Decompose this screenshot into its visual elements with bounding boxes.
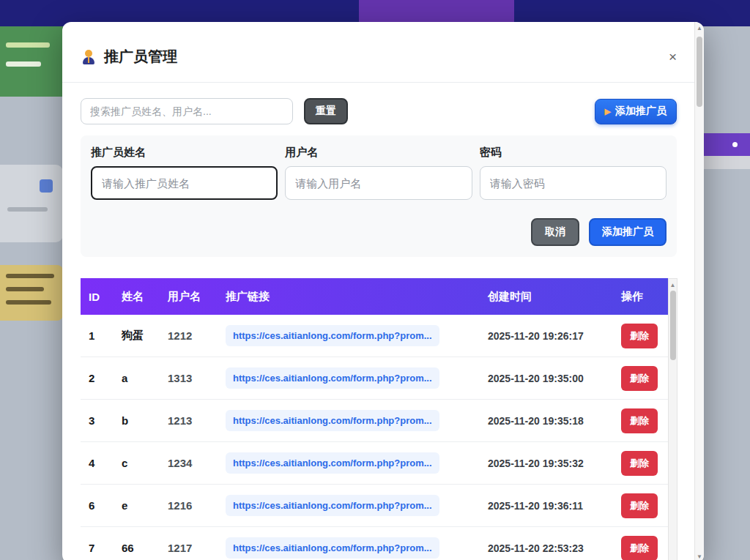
cell-username: 1212 xyxy=(160,329,218,342)
header-username: 用户名 xyxy=(160,290,218,304)
cell-id: 7 xyxy=(81,542,114,554)
modal-scrollbar-thumb[interactable] xyxy=(697,37,702,107)
background-text-line xyxy=(6,287,44,291)
cell-name: 狗蛋 xyxy=(114,329,160,343)
background-text-line xyxy=(6,274,54,278)
cell-username: 1234 xyxy=(160,457,218,469)
delete-button[interactable]: 删除 xyxy=(621,324,658,348)
form-actions: 取消 添加推广员 xyxy=(531,218,667,246)
cell-name: b xyxy=(114,414,160,427)
header-created: 创建时间 xyxy=(480,290,613,304)
reset-button[interactable]: 重置 xyxy=(304,98,348,124)
promoter-table: ID 姓名 用户名 推广链接 创建时间 操作 1 狗蛋 1212 https:/… xyxy=(81,278,668,560)
cell-created: 2025-11-20 22:53:23 xyxy=(480,542,613,554)
cell-id: 3 xyxy=(81,414,114,427)
delete-button[interactable]: 删除 xyxy=(621,536,658,560)
background-dot xyxy=(732,142,738,147)
table-row: 4 c 1234 https://ces.aitianlong.com/form… xyxy=(81,442,668,485)
cancel-button[interactable]: 取消 xyxy=(531,218,579,246)
form-inputs xyxy=(91,166,667,200)
password-field[interactable] xyxy=(480,166,667,200)
add-promoter-icon: ▶ xyxy=(605,108,611,116)
modal-header: 推广员管理 xyxy=(81,47,177,67)
background-yellow-card xyxy=(0,265,63,321)
cell-name: c xyxy=(114,457,160,469)
delete-button[interactable]: 删除 xyxy=(621,408,658,433)
background-text-line xyxy=(6,42,50,48)
scroll-down-icon[interactable]: ▼ xyxy=(695,552,704,560)
cell-created: 2025-11-20 19:35:18 xyxy=(480,415,613,427)
modal-scrollbar[interactable]: ▲ ▼ xyxy=(694,22,704,560)
header-actions: 操作 xyxy=(613,290,668,304)
table-row: 6 e 1216 https://ces.aitianlong.com/form… xyxy=(81,485,668,527)
promoter-name-label: 推广员姓名 xyxy=(91,146,278,160)
divider xyxy=(62,82,694,83)
cell-username: 1313 xyxy=(160,372,218,384)
cell-id: 6 xyxy=(81,499,114,512)
table-row: 7 66 1217 https://ces.aitianlong.com/for… xyxy=(81,527,668,560)
cell-id: 2 xyxy=(81,372,114,384)
table-row: 3 b 1213 https://ces.aitianlong.com/form… xyxy=(81,400,668,442)
scroll-up-icon[interactable]: ▲ xyxy=(695,23,704,34)
cell-name: 66 xyxy=(114,542,160,554)
table-scrollbar-thumb[interactable] xyxy=(670,291,676,360)
toolbar: 重置 ▶ 添加推广员 xyxy=(81,98,677,124)
add-promoter-button[interactable]: ▶ 添加推广员 xyxy=(595,99,677,124)
cell-created: 2025-11-20 19:36:11 xyxy=(480,500,613,512)
cell-created: 2025-11-20 19:26:17 xyxy=(480,330,613,342)
promoter-person-icon xyxy=(81,49,97,65)
promo-link[interactable]: https://ces.aitianlong.com/form.php?prom… xyxy=(226,495,439,516)
background-card-icon xyxy=(40,179,53,193)
modal-title: 推广员管理 xyxy=(104,47,177,67)
cell-username: 1213 xyxy=(160,414,218,427)
background-text-line xyxy=(6,61,41,67)
delete-button[interactable]: 删除 xyxy=(621,366,658,391)
cell-name: a xyxy=(114,372,160,384)
promoter-management-modal: 推广员管理 × 重置 ▶ 添加推广员 推广员姓名 用户名 密码 xyxy=(62,22,704,560)
cell-id: 1 xyxy=(81,329,114,342)
table-row: 2 a 1313 https://ces.aitianlong.com/form… xyxy=(81,357,668,400)
scroll-up-icon[interactable]: ▲ xyxy=(669,280,677,291)
modal-content: 推广员管理 × 重置 ▶ 添加推广员 推广员姓名 用户名 密码 xyxy=(81,22,677,560)
header-link: 推广链接 xyxy=(218,290,480,304)
password-label: 密码 xyxy=(480,146,667,160)
close-icon[interactable]: × xyxy=(669,50,677,64)
header-id: ID xyxy=(81,291,114,303)
username-field[interactable] xyxy=(285,166,472,200)
promo-link[interactable]: https://ces.aitianlong.com/form.php?prom… xyxy=(226,537,439,559)
background-white-card xyxy=(0,165,63,242)
background-green-panel xyxy=(0,26,63,97)
cell-created: 2025-11-20 19:35:32 xyxy=(480,458,613,469)
promo-link[interactable]: https://ces.aitianlong.com/form.php?prom… xyxy=(226,452,439,474)
table-scrollbar[interactable]: ▲ xyxy=(668,278,677,560)
delete-button[interactable]: 删除 xyxy=(621,493,658,518)
cell-username: 1217 xyxy=(160,542,218,554)
table-row: 1 狗蛋 1212 https://ces.aitianlong.com/for… xyxy=(81,315,668,357)
delete-button[interactable]: 删除 xyxy=(621,451,658,476)
background-text-line xyxy=(6,300,51,305)
search-input[interactable] xyxy=(81,98,293,124)
promo-link[interactable]: https://ces.aitianlong.com/form.php?prom… xyxy=(226,325,439,346)
table-header-row: ID 姓名 用户名 推广链接 创建时间 操作 xyxy=(81,278,668,315)
promo-link[interactable]: https://ces.aitianlong.com/form.php?prom… xyxy=(226,367,439,389)
cell-id: 4 xyxy=(81,457,114,469)
background-text-line xyxy=(7,207,48,212)
promo-link[interactable]: https://ces.aitianlong.com/form.php?prom… xyxy=(226,410,439,431)
form-labels: 推广员姓名 用户名 密码 xyxy=(91,146,667,166)
page: 推广员管理 × 重置 ▶ 添加推广员 推广员姓名 用户名 密码 xyxy=(0,0,750,560)
add-promoter-form: 推广员姓名 用户名 密码 取消 添加推广员 xyxy=(81,135,677,257)
add-promoter-label: 添加推广员 xyxy=(615,105,667,118)
cell-name: e xyxy=(114,499,160,512)
cell-created: 2025-11-20 19:35:00 xyxy=(480,373,613,384)
promoter-name-field[interactable] xyxy=(91,166,278,200)
submit-add-promoter-button[interactable]: 添加推广员 xyxy=(589,218,667,246)
cell-username: 1216 xyxy=(160,499,218,512)
header-name: 姓名 xyxy=(114,290,160,304)
username-label: 用户名 xyxy=(285,146,472,160)
